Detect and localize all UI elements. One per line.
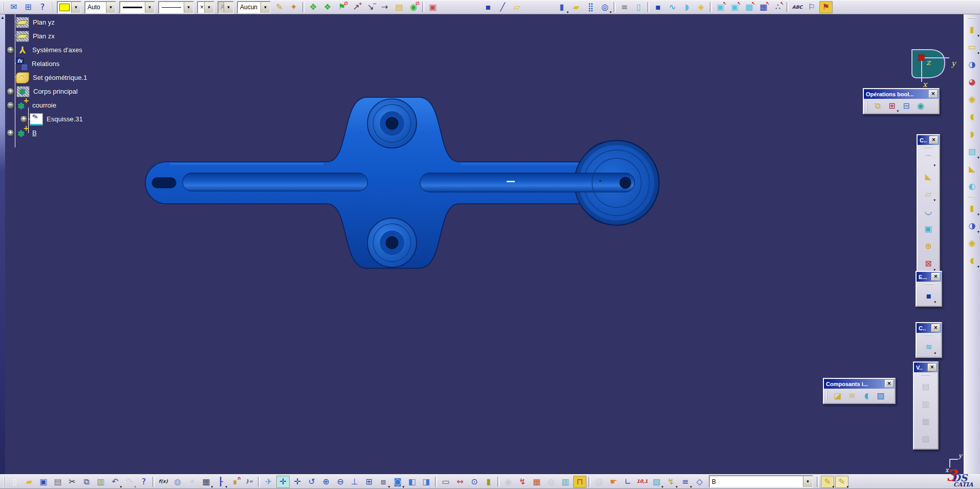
design-table-icon[interactable]: ▦▾ xyxy=(200,476,213,488)
close-surface-icon[interactable]: ◖ xyxy=(860,390,873,402)
no-zoom-icon[interactable]: ◉∅ xyxy=(407,1,420,13)
dropdown-arrow-icon[interactable]: ▾ xyxy=(897,109,899,113)
drag-handle[interactable] xyxy=(826,391,829,401)
drag-handle[interactable] xyxy=(866,101,869,111)
pick-face2-icon[interactable]: ▣↖ xyxy=(728,1,742,13)
slot-icon[interactable]: ◗ xyxy=(965,127,979,141)
plane-icon[interactable]: ▱ xyxy=(510,1,524,13)
undo-icon[interactable]: ↶▾ xyxy=(108,476,122,488)
planes-icon[interactable]: ▰ xyxy=(570,1,583,13)
box-dim-icon[interactable]: ▯ xyxy=(632,1,645,13)
section-icon[interactable]: ▥ xyxy=(559,476,572,488)
dropdown-arrow-icon[interactable]: ▾ xyxy=(609,10,612,14)
groove-icon[interactable]: ◕ xyxy=(965,75,979,89)
grab-icon[interactable]: ☛ xyxy=(607,476,620,488)
circle-pattern-icon[interactable]: ◎▾ xyxy=(598,1,612,13)
top-boss[interactable] xyxy=(367,99,417,148)
tree-item-set-g-om-trique-1[interactable]: Set géométrique.1 xyxy=(6,71,87,84)
collapse-icon[interactable]: − xyxy=(7,101,14,109)
dropdown-arrow-icon[interactable]: ▾ xyxy=(934,351,936,355)
expand-icon[interactable]: + xyxy=(7,88,14,95)
increment-minus-icon[interactable]: ↘− xyxy=(364,1,377,13)
pick-grid-icon[interactable]: ▦↖ xyxy=(757,1,770,13)
fly-icon[interactable]: ✈ xyxy=(262,476,275,488)
links-icon[interactable]: }= xyxy=(243,476,256,488)
fit-all-icon[interactable]: ✛ xyxy=(276,476,290,488)
tree-item-corps-principal[interactable]: +Corps principal xyxy=(6,84,87,98)
chevron-down-icon[interactable]: ▼ xyxy=(803,476,812,487)
rotate-icon[interactable]: ↺ xyxy=(305,476,318,488)
dropdown-arrow-icon[interactable]: ▾ xyxy=(977,212,979,217)
list-icon[interactable]: ≡▾ xyxy=(679,476,692,488)
no-snap-icon[interactable]: ⚑∅ xyxy=(335,1,349,13)
panel-title-bar[interactable]: Composants i... × xyxy=(824,379,895,389)
drag-handle[interactable] xyxy=(968,17,977,20)
panel-elements-reference[interactable]: E... × ▪▾ xyxy=(916,271,942,307)
compass-manipulator[interactable] xyxy=(919,55,924,60)
thick-surface-icon[interactable]: ≋▾ xyxy=(922,340,936,354)
ref-point-icon[interactable]: ▪▾ xyxy=(922,289,936,303)
copy-icon[interactable]: ⧉ xyxy=(80,476,93,488)
sew-surface-icon[interactable]: ▨ xyxy=(874,390,887,402)
rib-icon[interactable]: ◖ xyxy=(965,110,979,124)
pan-icon[interactable]: ✛ xyxy=(291,476,304,488)
part-3d-courroie[interactable]: z y x y x xyxy=(5,14,964,474)
doc-group-icon[interactable]: ⊞ xyxy=(21,1,35,13)
cut-icon[interactable]: ✂ xyxy=(66,476,79,488)
catalog-edit-icon[interactable]: ✎▾ xyxy=(821,476,834,488)
constraint-icon[interactable]: ↯▾ xyxy=(664,476,678,488)
assemble-icon[interactable]: ⧉ xyxy=(871,100,884,112)
close-icon[interactable]: × xyxy=(928,364,937,371)
tree-item-courroie[interactable]: −courroie xyxy=(6,98,87,112)
lock-icon[interactable]: ∎∩ xyxy=(228,476,242,488)
panel-composants-habillage[interactable]: C.. × ⌒▾◣▱▾◡▣⊕⊠▾ xyxy=(917,134,940,274)
tree-scrollbar[interactable]: ▲ xyxy=(0,14,5,474)
draft-icon[interactable]: ▱▾ xyxy=(921,187,935,201)
energy-icon[interactable]: ↯ xyxy=(516,476,529,488)
axis-system-icon[interactable]: ∟ xyxy=(621,476,635,488)
split-icon[interactable]: ◪ xyxy=(831,390,844,402)
drag-handle[interactable] xyxy=(3,2,5,12)
panel-composants-surfaciques[interactable]: C.. × ≋▾ xyxy=(916,322,942,358)
normal-view-icon[interactable]: ⊥ xyxy=(348,476,361,488)
line-type-combo[interactable]: ▼ xyxy=(158,1,194,14)
render-style-icon[interactable]: ◙▾ xyxy=(391,476,404,488)
panel-title-bar[interactable]: C.. × xyxy=(918,135,939,145)
whats-this-icon[interactable]: ? xyxy=(36,1,49,13)
pad2-icon[interactable]: ▮▾ xyxy=(965,201,979,216)
close-icon[interactable]: × xyxy=(929,136,938,144)
dropdown-arrow-icon[interactable]: ▾ xyxy=(225,485,227,489)
chevron-down-icon[interactable]: ▼ xyxy=(260,2,270,13)
drag-handle[interactable] xyxy=(924,284,933,286)
drag-handle[interactable] xyxy=(968,196,977,199)
dropdown-arrow-icon[interactable]: ▾ xyxy=(567,10,569,14)
hole-icon[interactable]: ◉ xyxy=(965,92,979,107)
point-icon[interactable]: ▪ xyxy=(482,1,495,13)
add-body-icon[interactable]: ⊞▾ xyxy=(885,100,899,112)
step-icon[interactable]: ⇢ xyxy=(378,1,391,13)
thread-icon[interactable]: ⊕ xyxy=(921,239,935,253)
dimension-toggle-icon[interactable]: 10,1 xyxy=(636,476,649,488)
catalog-icon[interactable]: ▣ xyxy=(426,1,440,13)
drag-handle[interactable] xyxy=(51,2,54,12)
dropdown-arrow-icon[interactable]: ▾ xyxy=(676,485,678,489)
painter-icon[interactable]: ✎ xyxy=(273,1,286,13)
drag-handle[interactable] xyxy=(924,147,933,150)
paste-icon[interactable]: ▥ xyxy=(94,476,107,488)
selection-filter-combo[interactable]: B ▼ xyxy=(709,475,813,488)
dropdown-arrow-icon[interactable]: ▾ xyxy=(977,265,979,269)
style-combo[interactable]: Auto ▼ xyxy=(84,1,116,14)
save-icon[interactable]: ▣ xyxy=(37,476,50,488)
increment-plus-icon[interactable]: ↗+ xyxy=(350,1,363,13)
dropdown-arrow-icon[interactable]: ▾ xyxy=(934,300,936,304)
print-icon[interactable]: ▤ xyxy=(51,476,64,488)
chevron-down-icon[interactable]: ▼ xyxy=(71,2,80,13)
tree-item-plan-zx[interactable]: Plan zx xyxy=(6,29,87,43)
tree-structure-icon[interactable]: ┠▾ xyxy=(214,476,227,488)
pick-points-icon[interactable]: ∴↖ xyxy=(771,1,785,13)
scroll-up-icon[interactable]: ▲ xyxy=(1,15,5,20)
panel-vues[interactable]: V.. × ▤▥▦▧ xyxy=(913,362,939,450)
compass[interactable]: z y x xyxy=(912,50,957,89)
left-end-hole[interactable] xyxy=(152,178,176,188)
thickness-icon[interactable]: ▣ xyxy=(921,222,935,236)
